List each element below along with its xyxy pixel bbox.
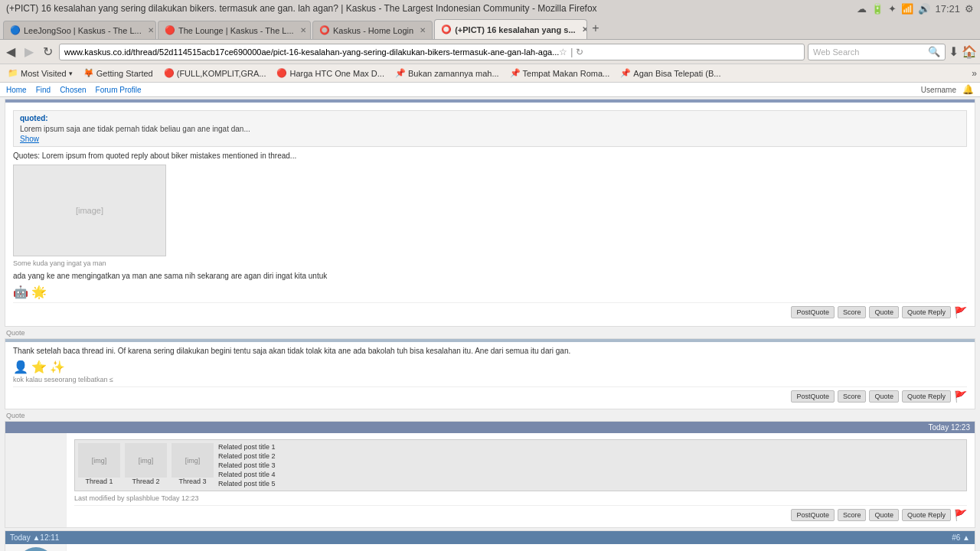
titlebar-icons: ☁ 🔋 ✦ 📶 🔊 17:21 ⚙: [857, 3, 974, 15]
notification-icon[interactable]: 🔔: [962, 84, 974, 95]
post4-post-num: #6 ▲: [952, 533, 970, 542]
bookmark-full-komplit-label: (FULL,KOMPLIT,GRA...: [177, 69, 266, 78]
related-thumb-1: [img]: [78, 443, 120, 478]
star-icon[interactable]: ☆: [559, 47, 567, 57]
tab4-label: (+PICT) 16 kesalahan yang s...: [455, 25, 575, 34]
bookmark-bukan[interactable]: 📌 Bukan zamannya mah...: [390, 67, 504, 80]
post-block-2: Thank setelah baca thread ini. Of karena…: [5, 338, 975, 409]
reload-button[interactable]: ↻: [40, 43, 56, 60]
post1-show-link[interactable]: Show: [20, 135, 39, 143]
post4-right: padahal ane ane ane tahu ane pun tahu Po…: [67, 544, 975, 551]
nav-home[interactable]: Home: [6, 86, 27, 94]
post1-postquote-btn[interactable]: PostQuote: [791, 306, 835, 318]
post3-reply-btn[interactable]: Quote Reply: [902, 509, 951, 521]
post3-flag-icon[interactable]: 🚩: [954, 509, 967, 521]
related-text-2: Related post title 2: [218, 452, 279, 460]
tab-current[interactable]: ⭕ (+PICT) 16 kesalahan yang s... ✕: [434, 19, 587, 39]
tab2-favicon: 🔴: [165, 25, 175, 36]
related-text-5: Related post title 5: [218, 480, 279, 487]
most-visited-icon: 📁: [8, 68, 18, 79]
new-tab-button[interactable]: +: [589, 21, 602, 35]
nav-chosen[interactable]: Chosen: [60, 86, 86, 94]
post1-right: quoted: Lorem ipsum saja ane tidak perna…: [5, 103, 975, 326]
post2-emojis: 👤 ⭐ ✨: [13, 360, 967, 374]
url-bar[interactable]: www.kaskus.co.id/thread/52d114515acb17ce…: [59, 44, 805, 60]
bookmark-most-visited[interactable]: 📁 Most Visited ▾: [3, 67, 77, 80]
post1-image-container: [image]: [13, 165, 967, 256]
post3-inner: [img] Thread 1 [img] Thread 2 [img] Thre…: [5, 433, 975, 527]
url-icons: ☆ | ↻: [559, 47, 583, 57]
bookmark-getting-started-label: Getting Started: [96, 69, 153, 78]
nav-forum-profile[interactable]: Forum Profile: [96, 86, 142, 94]
post3-right: [img] Thread 1 [img] Thread 2 [img] Thre…: [67, 433, 975, 527]
post3-footer: PostQuote Score Quote Quote Reply 🚩: [74, 505, 967, 524]
getting-started-icon: 🦊: [83, 68, 94, 79]
bookmark-tempat-label: Tempat Makan Roma...: [523, 69, 610, 78]
post4-inner: 👤 abcdefgh Kaskuser Join: 01/01/11 Post:…: [5, 544, 975, 551]
post1-score-btn[interactable]: Score: [838, 306, 867, 318]
titlebar-text: (+PICT) 16 kesalahan yang sering dilakuk…: [6, 3, 857, 14]
bookmark-agan[interactable]: 📌 Agan Bisa Telepati (B...: [616, 67, 725, 80]
related-item-2: [img] Thread 2: [125, 443, 167, 487]
bookmark-tempat[interactable]: 📌 Tempat Makan Roma...: [505, 67, 615, 80]
bookmark-full-komplit[interactable]: 🔴 (FULL,KOMPLIT,GRA...: [159, 67, 271, 80]
page-content[interactable]: Home Find Chosen Forum Profile Username …: [0, 83, 980, 551]
post4-avatar: 👤: [17, 547, 55, 551]
posts-wrapper: quoted: Lorem ipsum saja ane tidak perna…: [0, 97, 980, 551]
bookmarks-more-button[interactable]: »: [972, 68, 977, 79]
cloud-icon: ☁: [857, 3, 867, 15]
post2-flag-icon[interactable]: 🚩: [954, 390, 967, 403]
agan-icon: 📌: [620, 68, 631, 79]
related-thumb-2: [img]: [125, 443, 167, 478]
tab1-close[interactable]: ✕: [148, 26, 154, 34]
tab-home-login[interactable]: ⭕ Kaskus - Home Login ✕: [312, 21, 433, 39]
bookmark-htc[interactable]: 🔴 Harga HTC One Max D...: [272, 67, 388, 80]
post3-related: [img] Thread 1 [img] Thread 2 [img] Thre…: [74, 439, 967, 491]
post2-emoji2: ⭐: [31, 360, 47, 374]
bookmark-getting-started[interactable]: 🦊 Getting Started: [79, 67, 158, 80]
post1-emojis: 🤖 🌟: [13, 285, 967, 299]
post1-reply-content: Quotes: Lorem ipsum from quoted reply ab…: [13, 152, 967, 160]
star-filled-icon: |: [570, 47, 573, 57]
tab2-close[interactable]: ✕: [300, 26, 306, 34]
post1-flag-icon[interactable]: 🚩: [954, 306, 967, 318]
post3-timestamp: Today 12:23: [929, 423, 971, 432]
post2-postquote-btn[interactable]: PostQuote: [791, 390, 835, 403]
search-bar[interactable]: Web Search 🔍: [808, 44, 946, 60]
tab1-label: LeeJongSoo | Kaskus - The L...: [24, 26, 142, 35]
post2-extra: kok kalau seseorang telibatkan ≤: [13, 376, 967, 383]
thread-nav-right: Username 🔔: [921, 84, 974, 95]
post1-quote-btn[interactable]: Quote: [869, 306, 899, 318]
post3-quote-btn[interactable]: Quote: [869, 509, 899, 521]
wifi-icon: 📶: [901, 3, 913, 15]
forward-button[interactable]: ▶: [21, 43, 37, 60]
tab1-favicon: 🔵: [10, 25, 21, 36]
tab3-close[interactable]: ✕: [420, 26, 426, 34]
post1-reply-btn[interactable]: Quote Reply: [902, 306, 951, 318]
post2-inner: Thank setelah baca thread ini. Of karena…: [5, 342, 975, 409]
logged-user: Username: [921, 86, 956, 94]
post2-score-btn[interactable]: Score: [838, 390, 867, 403]
search-icon[interactable]: 🔍: [928, 46, 940, 57]
url-text: www.kaskus.co.id/thread/52d114515acb17ce…: [64, 47, 559, 57]
post3-postquote-btn[interactable]: PostQuote: [791, 509, 835, 521]
reload-small-icon[interactable]: ↻: [576, 47, 583, 57]
titlebar: (+PICT) 16 kesalahan yang sering dilakuk…: [0, 0, 980, 17]
post2-reply-btn[interactable]: Quote Reply: [902, 390, 951, 403]
tab4-close[interactable]: ✕: [582, 25, 588, 34]
tab-lounge[interactable]: 🔴 The Lounge | Kaskus - The L... ✕: [158, 21, 311, 39]
post4-user-info: Today ▲12:11: [10, 533, 59, 542]
related-text-1: Related post title 1: [218, 443, 279, 451]
back-button[interactable]: ◀: [3, 43, 18, 60]
quote-label-row: Quote: [5, 329, 975, 337]
related-item-4: Related post title 1 Related post title …: [218, 443, 279, 487]
post4-header-bar: Today ▲12:11 #6 ▲: [5, 531, 975, 544]
nav-find[interactable]: Find: [36, 86, 51, 94]
post3-score-btn[interactable]: Score: [838, 509, 867, 521]
bookmark-bukan-label: Bukan zamannya mah...: [408, 69, 499, 78]
tab-leejong[interactable]: 🔵 LeeJongSoo | Kaskus - The L... ✕: [3, 21, 156, 39]
home-button[interactable]: 🏠: [962, 44, 977, 59]
download-button[interactable]: ⬇: [949, 44, 959, 59]
post2-quote-btn[interactable]: Quote: [869, 390, 899, 403]
bookmark-htc-label: Harga HTC One Max D...: [289, 69, 384, 78]
